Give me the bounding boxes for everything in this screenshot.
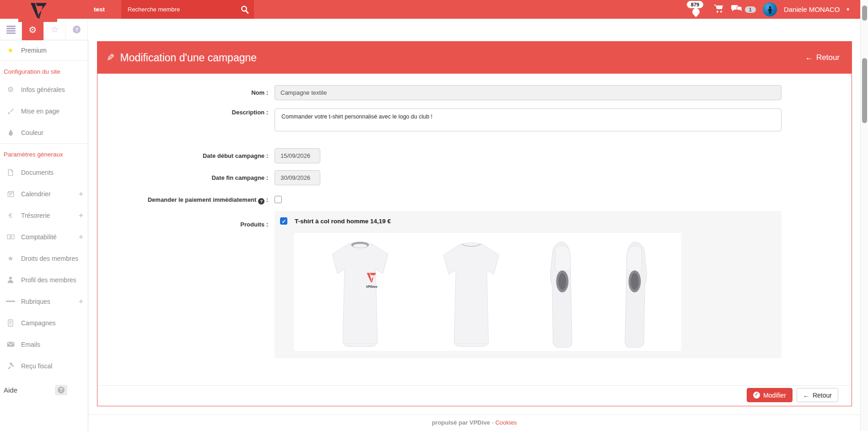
search-input[interactable] [121, 6, 236, 13]
products-label: Produits : [97, 221, 268, 228]
scrollbar-thumb[interactable] [862, 58, 867, 123]
pencil-icon [107, 52, 115, 63]
sidebar-item-droits-des-membres[interactable]: Droits des membres [0, 248, 88, 269]
notifications-button[interactable]: 879 [685, 0, 707, 19]
site-tab-label[interactable]: test [94, 0, 105, 19]
start-date-label: Date début campagne : [97, 152, 268, 159]
chevron-down-icon[interactable] [846, 6, 849, 12]
form-actions: Modifier Retour [747, 388, 838, 402]
chat-bubbles-icon [731, 4, 743, 15]
sidebar-tabstrip [0, 19, 88, 40]
top-navigation-bar: test 879 1 Daniele MONACO [0, 0, 860, 19]
help-button[interactable] [55, 385, 67, 395]
name-input[interactable] [275, 85, 782, 100]
scrollbar[interactable] [860, 0, 868, 431]
plus-icon[interactable] [79, 297, 83, 306]
payment-checkbox[interactable] [275, 196, 282, 203]
help-label: Aide [4, 386, 17, 394]
brush-icon [6, 108, 15, 115]
description-label: Description : [97, 109, 268, 116]
description-textarea[interactable]: Commander votre t-shirt personnalisé ave… [275, 108, 782, 131]
sidebar-item-calendrier[interactable]: Calendrier [0, 183, 88, 205]
star-icon [6, 254, 15, 263]
plus-icon[interactable] [79, 189, 83, 199]
cart-icon[interactable] [714, 4, 724, 15]
tshirt-back-image [432, 237, 510, 351]
sidebar-item-emails[interactable]: Emails [0, 334, 88, 355]
sidebar-item-profil-des-membres[interactable]: Profil des membres [0, 269, 88, 291]
product-row: T-shirt à col rond homme 14,19 € [280, 217, 391, 225]
back-button-bottom[interactable]: Retour [797, 388, 838, 402]
sidebar-item-infos-generales[interactable]: Infos générales [0, 79, 88, 100]
sidebar-section-parametres[interactable]: Paramètres géneraux [0, 144, 88, 162]
banknote-icon [6, 234, 15, 240]
messages-count-badge: 1 [745, 6, 756, 13]
tab-menu[interactable] [0, 19, 22, 40]
sidebar-item-rubriques[interactable]: Rubriques [0, 291, 88, 312]
sidebar-help-row: Aide [0, 378, 88, 402]
end-date-input[interactable] [275, 170, 320, 185]
question-icon[interactable] [258, 198, 264, 205]
cookies-link[interactable]: Cookies [495, 419, 517, 426]
page-footer: propulsé par VPDive - Cookies [88, 415, 860, 426]
tshirt-side-right-image [541, 237, 583, 351]
droplet-icon [6, 129, 15, 136]
sidebar-item-comptabilite[interactable]: Comptabilité [0, 226, 88, 248]
sidebar-item-recu-fiscal[interactable]: Reçu fiscal [0, 355, 88, 377]
sidebar-section-configuration[interactable]: Configuration du site [0, 61, 88, 79]
sidebar-item-couleur[interactable]: Couleur [0, 122, 88, 143]
plus-icon[interactable] [79, 232, 83, 242]
sidebar: Premium Configuration du site Infos géné… [0, 40, 88, 431]
star-icon [51, 24, 59, 35]
campaign-edit-panel: Modification d'une campagne Retour Nom :… [97, 41, 852, 406]
star-yellow-icon [6, 46, 15, 54]
messages-button[interactable]: 1 [731, 4, 756, 15]
name-label: Nom : [97, 89, 268, 96]
list-icon [6, 300, 15, 303]
check-circle-icon [753, 392, 760, 399]
hamburger-icon [6, 25, 16, 35]
divider [97, 385, 852, 386]
plus-icon[interactable] [79, 211, 83, 220]
back-button-top[interactable]: Retour [805, 53, 840, 62]
gear-icon [29, 25, 37, 34]
avatar[interactable] [763, 2, 777, 16]
scrollbar-thumb[interactable] [862, 5, 867, 21]
svg-text:VPDive: VPDive [366, 285, 377, 289]
tshirt-front-image: VPDive [319, 236, 401, 351]
member-search [121, 0, 254, 19]
gear-icon [6, 85, 15, 94]
start-date-input[interactable] [275, 148, 320, 163]
powered-by-text: propulsé par VPDive [432, 419, 490, 426]
modify-button[interactable]: Modifier [747, 388, 793, 402]
document-lines-icon [6, 319, 15, 327]
payment-label: Demander le paiement immédiatement : [97, 196, 268, 205]
tab-help[interactable] [66, 19, 88, 40]
question-icon [73, 26, 81, 33]
sidebar-item-premium[interactable]: Premium [0, 40, 88, 60]
search-icon[interactable] [236, 0, 254, 19]
euro-icon [6, 211, 15, 219]
panel-header: Modification d'une campagne Retour [97, 42, 852, 74]
question-icon [58, 387, 65, 393]
sidebar-item-documents[interactable]: Documents [0, 162, 88, 183]
left-arrow-icon [803, 392, 809, 399]
app-logo[interactable] [18, 0, 57, 22]
product-title: T-shirt à col rond homme 14,19 € [295, 218, 391, 225]
sidebar-item-tresorerie[interactable]: Trésorerie [0, 205, 88, 226]
sidebar-item-campagnes[interactable]: Campagnes [0, 312, 88, 334]
tab-favorites[interactable] [44, 19, 66, 40]
left-arrow-icon [805, 53, 813, 62]
file-icon [6, 169, 15, 176]
sidebar-item-mise-en-page[interactable]: Mise en page [0, 100, 88, 122]
tab-settings[interactable] [22, 19, 44, 40]
product-checkbox[interactable] [280, 217, 287, 225]
user-icon [6, 276, 15, 283]
notification-count-badge: 879 [687, 1, 703, 8]
gavel-icon [6, 362, 15, 369]
calendar-icon [6, 190, 15, 197]
page-title: Modification d'une campagne [107, 52, 257, 64]
tshirt-side-left-image [614, 237, 656, 351]
user-name[interactable]: Daniele MONACO [784, 5, 840, 13]
product-images: VPDive [294, 233, 681, 351]
